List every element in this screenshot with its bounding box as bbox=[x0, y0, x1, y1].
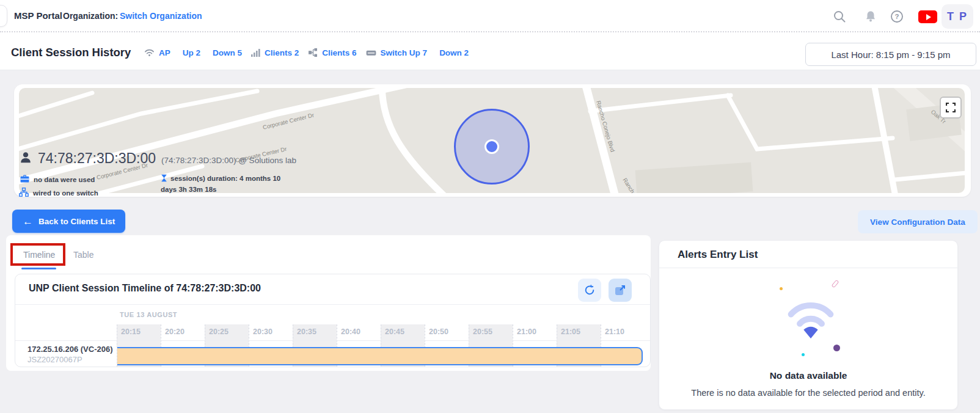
top-nav: MSP Portal Organization: Switch Organiza… bbox=[0, 0, 980, 32]
view-configuration-button[interactable]: View Configuration Data bbox=[858, 210, 978, 233]
help-icon[interactable]: ? bbox=[890, 9, 904, 24]
refresh-icon bbox=[583, 284, 596, 296]
map-fullscreen-button[interactable] bbox=[940, 97, 962, 119]
empty-state-message: There is no data available for the selec… bbox=[659, 388, 957, 398]
page: MSP Portal Organization: Switch Organiza… bbox=[0, 0, 980, 413]
chip-ap-up[interactable]: Up 2 bbox=[183, 48, 200, 57]
back-arrow-icon: ← bbox=[23, 216, 33, 227]
chip-ap-down[interactable]: Down 5 bbox=[213, 48, 242, 57]
sidebar-toggle[interactable] bbox=[0, 5, 7, 27]
decorative-dot bbox=[802, 353, 805, 356]
fullscreen-icon bbox=[946, 103, 956, 112]
decorative-dot bbox=[833, 345, 840, 351]
device-serial-label: JSZ20270067P bbox=[27, 355, 117, 364]
refresh-button[interactable] bbox=[578, 279, 601, 302]
timeline-card: UNP Client Session Timeline of 74:78:27:… bbox=[15, 274, 651, 367]
signal-bars-icon bbox=[251, 48, 260, 57]
youtube-icon[interactable] bbox=[918, 10, 937, 23]
annotation-highlight bbox=[10, 243, 65, 266]
back-to-clients-button[interactable]: ← Back to Clients List bbox=[12, 210, 125, 233]
page-title: Client Session History bbox=[11, 46, 131, 59]
chip-wired-clients[interactable]: Clients 6 bbox=[322, 48, 356, 57]
session-bar[interactable] bbox=[117, 347, 643, 365]
organization-label: Organization: bbox=[63, 11, 118, 21]
device-ip-label: 172.25.16.206 (VC-206) bbox=[27, 345, 117, 354]
divider bbox=[659, 268, 957, 268]
map-canvas[interactable]: Corporate Center Dr Corporate Center Dr … bbox=[19, 88, 965, 193]
chip-wireless-clients[interactable]: Clients 2 bbox=[265, 48, 299, 57]
divider bbox=[15, 304, 650, 305]
wifi-illustration-icon bbox=[783, 294, 838, 340]
timeline-card-title: UNP Client Session Timeline of 74:78:27:… bbox=[29, 283, 261, 294]
no-data-illustration bbox=[772, 279, 852, 364]
time-range-selector[interactable]: Last Hour: 8:15 pm - 9:15 pm bbox=[805, 43, 976, 66]
map-card: Corporate Center Dr Corporate Center Dr … bbox=[14, 84, 971, 197]
chip-switch-up[interactable]: Switch Up 7 bbox=[381, 48, 428, 57]
client-location-marker[interactable] bbox=[485, 139, 499, 154]
switch-icon bbox=[366, 49, 376, 57]
chip-switch-down[interactable]: Down 2 bbox=[439, 48, 469, 57]
wifi-icon bbox=[144, 48, 155, 57]
organization-link[interactable]: Switch Organization bbox=[120, 11, 202, 21]
status-chips: AP Up 2 Down 5 Clients 2 Clients 6 Switc… bbox=[139, 48, 469, 57]
tab-table[interactable]: Table bbox=[73, 250, 93, 260]
active-tab-indicator bbox=[21, 268, 56, 269]
alerts-title: Alerts Entry List bbox=[678, 249, 758, 261]
chip-ap-label[interactable]: AP bbox=[159, 48, 170, 57]
search-icon[interactable] bbox=[832, 9, 847, 24]
bell-icon[interactable] bbox=[863, 9, 878, 24]
open-external-button[interactable] bbox=[609, 279, 632, 302]
street-label: Corporate Center Dr bbox=[96, 161, 148, 180]
empty-state-title: No data available bbox=[659, 370, 957, 381]
street-label: Corporate Center Dr bbox=[235, 145, 287, 164]
svg-text:?: ? bbox=[894, 13, 899, 20]
app-brand: MSP Portal bbox=[14, 10, 62, 21]
external-link-icon bbox=[614, 284, 626, 296]
gantt-date-header: TUE 13 AUGUST bbox=[120, 311, 177, 318]
gantt-row-label: 172.25.16.206 (VC-206) JSZ20270067P bbox=[15, 341, 117, 367]
ports-icon bbox=[308, 48, 318, 57]
decorative-dot bbox=[780, 287, 783, 290]
alerts-panel: Alerts Entry List No data available Ther… bbox=[659, 240, 958, 410]
paperclip-icon bbox=[832, 280, 839, 288]
user-avatar[interactable]: T P bbox=[942, 4, 973, 29]
